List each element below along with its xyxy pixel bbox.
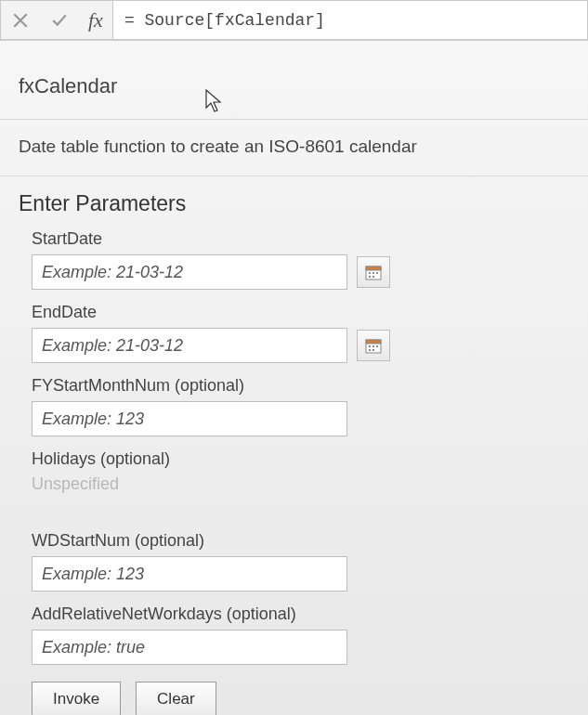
formula-bar-buttons: fx [0,0,113,40]
svg-rect-1 [366,266,381,270]
enddate-datepicker-button[interactable] [357,330,390,361]
param-holidays: Holidays (optional) [32,449,569,469]
calendar-icon [364,263,383,281]
addrelativenetworkdays-input[interactable] [32,630,347,665]
cancel-formula-button[interactable] [1,1,40,39]
formula-text: = Source[fxCalendar] [124,11,325,30]
param-label: StartDate [32,229,569,249]
formula-input[interactable]: = Source[fxCalendar] [113,0,588,40]
action-buttons: Invoke Clear [32,682,569,715]
svg-rect-6 [372,276,374,278]
svg-rect-13 [372,349,374,351]
svg-rect-4 [376,272,378,274]
param-wdstartnum: WDStartNum (optional) [32,531,569,592]
fx-label: fx [79,8,112,32]
confirm-formula-button[interactable] [40,1,79,39]
param-label: FYStartMonthNum (optional) [32,376,569,396]
clear-button[interactable]: Clear [136,682,216,715]
param-addrelativenetworkdays: AddRelativeNetWorkdays (optional) [32,604,569,665]
svg-rect-5 [369,276,371,278]
startdate-datepicker-button[interactable] [357,256,390,288]
input-row [32,328,569,363]
fystartmonthnum-input[interactable] [32,401,347,436]
enter-parameters-heading: Enter Parameters [19,176,569,229]
param-label: AddRelativeNetWorkdays (optional) [32,604,569,624]
svg-rect-2 [369,272,371,274]
function-description: Date table function to create an ISO-860… [19,120,569,176]
svg-rect-10 [372,345,374,347]
svg-rect-3 [372,272,374,274]
param-enddate: EndDate [32,303,569,363]
param-label: EndDate [32,303,569,322]
function-panel: fxCalendar Date table function to create… [0,41,588,715]
param-startdate: StartDate [32,229,569,290]
x-icon [12,12,29,29]
invoke-button[interactable]: Invoke [32,682,121,715]
svg-rect-12 [369,349,371,351]
svg-rect-8 [366,340,381,344]
check-icon [51,12,68,29]
input-row [32,254,569,290]
wdstartnum-input[interactable] [32,556,347,592]
param-label: Holidays (optional) [32,449,569,469]
spacer [19,494,569,531]
enddate-input[interactable] [32,328,347,363]
startdate-input[interactable] [32,254,347,290]
param-fystartmonthnum: FYStartMonthNum (optional) [32,376,569,436]
svg-rect-11 [376,345,378,347]
calendar-icon [364,336,383,355]
function-name: fxCalendar [19,58,569,119]
param-label: WDStartNum (optional) [32,531,569,551]
formula-bar: fx = Source[fxCalendar] [0,0,588,41]
svg-rect-9 [369,345,371,347]
holidays-unspecified: Unspecified [32,474,569,494]
